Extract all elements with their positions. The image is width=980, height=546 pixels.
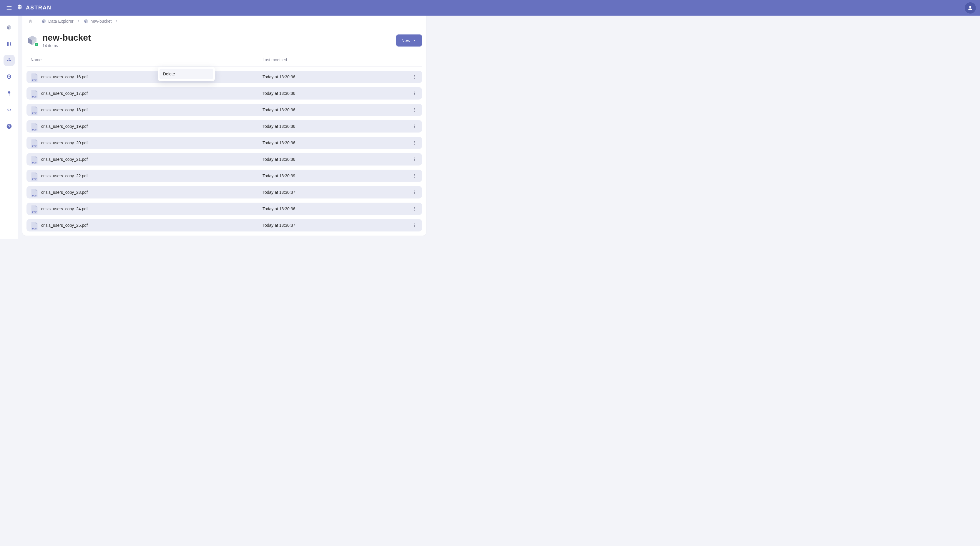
- file-name: crisis_users_copy_19.pdf: [41, 124, 262, 129]
- breadcrumb-separator: [76, 19, 81, 24]
- pdf-file-icon: PDF: [30, 139, 38, 148]
- row-actions-button[interactable]: [411, 90, 418, 97]
- svg-point-54: [414, 210, 415, 211]
- svg-point-36: [414, 141, 415, 142]
- file-name: crisis_users_copy_25.pdf: [41, 223, 262, 228]
- row-actions-button[interactable]: [411, 106, 418, 113]
- column-modified-header[interactable]: Last modified: [262, 57, 380, 62]
- svg-point-41: [414, 159, 415, 160]
- svg-point-30: [414, 111, 415, 112]
- svg-rect-7: [8, 60, 10, 61]
- more-vertical-icon: [412, 174, 417, 178]
- table-row[interactable]: PDF crisis_users_copy_25.pdf Today at 13…: [27, 219, 422, 231]
- svg-rect-6: [7, 60, 8, 61]
- table-row[interactable]: PDF crisis_users_copy_17.pdf Today at 13…: [27, 87, 422, 99]
- svg-point-44: [414, 174, 415, 175]
- cube-icon: [41, 19, 46, 24]
- pdf-file-icon: PDF: [30, 89, 38, 99]
- svg-rect-9: [8, 58, 10, 59]
- sidebar-item-integrations[interactable]: [3, 88, 15, 99]
- file-modified: Today at 13:30:36: [262, 206, 380, 211]
- svg-text:PDF: PDF: [32, 227, 37, 230]
- file-modified: Today at 13:30:39: [262, 174, 380, 178]
- code-icon: [6, 107, 12, 113]
- file-type-icon: PDF: [30, 205, 38, 212]
- new-button[interactable]: New: [396, 34, 422, 46]
- table-row[interactable]: PDF crisis_users_copy_22.pdf Today at 13…: [27, 170, 422, 182]
- row-actions-button[interactable]: [411, 205, 418, 212]
- breadcrumb-current-label: new-bucket: [91, 19, 112, 24]
- context-menu-delete[interactable]: Delete: [159, 69, 213, 79]
- file-name: crisis_users_copy_17.pdf: [41, 91, 262, 96]
- svg-point-42: [414, 160, 415, 161]
- chevron-right-icon: [76, 19, 81, 23]
- file-type-icon: PDF: [30, 155, 38, 163]
- breadcrumb-root-label: Data Explorer: [48, 19, 73, 24]
- breadcrumb-current[interactable]: new-bucket: [84, 19, 112, 24]
- sidebar-item-api[interactable]: [3, 104, 15, 115]
- sidebar-item-library[interactable]: [3, 38, 15, 49]
- breadcrumb-home-button[interactable]: [28, 17, 37, 26]
- file-name: crisis_users_copy_16.pdf: [41, 75, 262, 79]
- file-type-icon: PDF: [30, 106, 38, 114]
- pdf-file-icon: PDF: [30, 188, 38, 198]
- svg-point-52: [414, 207, 415, 208]
- file-modified: Today at 13:30:36: [262, 75, 380, 79]
- file-modified: Today at 13:30:37: [262, 190, 380, 195]
- sidebar-item-data-explorer[interactable]: [3, 55, 15, 66]
- svg-rect-8: [10, 60, 11, 61]
- svg-point-24: [414, 92, 415, 93]
- svg-point-46: [414, 177, 415, 177]
- menu-toggle-button[interactable]: [4, 3, 14, 13]
- sidebar-item-security[interactable]: [3, 71, 15, 83]
- main-content: Data Explorer new-bucket: [18, 0, 430, 239]
- svg-text:PDF: PDF: [32, 178, 37, 180]
- breadcrumb-root[interactable]: Data Explorer: [41, 19, 73, 24]
- svg-point-48: [414, 190, 415, 192]
- row-actions-button[interactable]: [411, 189, 418, 196]
- file-modified: Today at 13:30:37: [262, 223, 380, 228]
- sidebar-item-help[interactable]: [3, 121, 15, 132]
- more-vertical-icon: [412, 190, 417, 195]
- row-actions-button[interactable]: [411, 139, 418, 146]
- library-icon: [6, 41, 12, 47]
- row-actions-button[interactable]: [411, 172, 418, 179]
- row-actions-button[interactable]: [411, 222, 418, 229]
- row-actions-button[interactable]: [411, 73, 418, 80]
- page-header-left: new-bucket 14 items: [27, 33, 91, 48]
- svg-point-57: [414, 225, 415, 226]
- file-modified: Today at 13:30:36: [262, 107, 380, 112]
- table-row[interactable]: PDF crisis_users_copy_23.pdf Today at 13…: [27, 186, 422, 198]
- svg-point-49: [414, 192, 415, 193]
- more-vertical-icon: [412, 91, 417, 96]
- svg-point-29: [414, 110, 415, 110]
- table-row[interactable]: PDF crisis_users_copy_16.pdf Today at 13…: [27, 71, 422, 83]
- table-row[interactable]: PDF crisis_users_copy_19.pdf Today at 13…: [27, 120, 422, 133]
- row-actions-button[interactable]: [411, 156, 418, 163]
- file-name: crisis_users_copy_23.pdf: [41, 190, 262, 195]
- pdf-file-icon: PDF: [30, 205, 38, 214]
- svg-text:PDF: PDF: [32, 128, 37, 131]
- svg-text:PDF: PDF: [32, 112, 37, 115]
- brand-name: ASTRAN: [26, 5, 51, 11]
- file-type-icon: PDF: [30, 222, 38, 229]
- table-row[interactable]: PDF crisis_users_copy_18.pdf Today at 13…: [27, 104, 422, 116]
- content-scroll-area[interactable]: Data Explorer new-bucket: [18, 16, 430, 239]
- context-menu: Delete: [158, 67, 215, 81]
- app-header: ASTRAN: [0, 0, 430, 16]
- table-row[interactable]: PDF crisis_users_copy_20.pdf Today at 13…: [27, 137, 422, 149]
- svg-point-34: [414, 127, 415, 128]
- table-row[interactable]: PDF crisis_users_copy_24.pdf Today at 13…: [27, 203, 422, 215]
- file-name: crisis_users_copy_20.pdf: [41, 140, 262, 145]
- more-vertical-icon: [412, 124, 417, 129]
- svg-point-37: [414, 142, 415, 144]
- sidebar-item-home[interactable]: [3, 22, 15, 33]
- help-icon: [6, 123, 12, 129]
- table-row[interactable]: PDF crisis_users_copy_21.pdf Today at 13…: [27, 153, 422, 166]
- page-title: new-bucket: [42, 33, 91, 43]
- chevron-right-icon: [115, 19, 119, 23]
- status-badge: [34, 42, 39, 47]
- column-name-header[interactable]: Name: [30, 57, 262, 62]
- svg-point-25: [414, 93, 415, 94]
- row-actions-button[interactable]: [411, 123, 418, 130]
